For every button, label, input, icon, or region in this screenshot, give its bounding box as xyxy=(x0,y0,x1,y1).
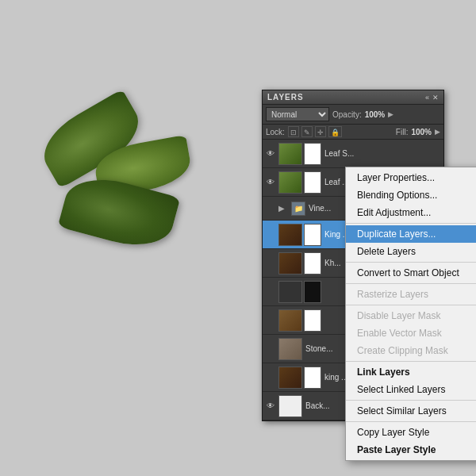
folder-icon-2: 📁 xyxy=(291,202,305,216)
menu-edit-adjustment[interactable]: Edit Adjustment... xyxy=(346,204,476,221)
menu-layer-properties[interactable]: Layer Properties... xyxy=(346,169,476,186)
layer-row-0[interactable]: 👁 Leaf S... xyxy=(263,140,443,168)
lock-label: Lock: xyxy=(266,128,285,136)
menu-rasterize-layers: Rasterize Layers xyxy=(346,286,476,303)
opacity-arrow[interactable]: ▶ xyxy=(388,110,393,118)
layer-thumb-1 xyxy=(278,171,302,194)
menu-separator-1 xyxy=(346,223,476,224)
menu-paste-layer-style[interactable]: Paste Layer Style xyxy=(346,441,476,459)
menu-separator-4 xyxy=(346,305,476,305)
layer-thumb-5 xyxy=(278,281,302,303)
opacity-value: 100% xyxy=(365,110,386,119)
opacity-label: Opacity: xyxy=(332,110,362,119)
menu-disable-layer-mask: Disable Layer Mask xyxy=(346,307,476,324)
fill-value: 100% xyxy=(411,128,432,136)
mask-thumb-6 xyxy=(304,309,321,332)
menu-separator-5 xyxy=(346,361,476,362)
mask-thumb-8 xyxy=(304,367,321,389)
eye-icon-4[interactable] xyxy=(264,257,277,270)
context-menu: Layer Properties... Blending Options... … xyxy=(345,167,476,461)
lock-all-icon[interactable]: 🔒 xyxy=(328,126,342,137)
group-arrow-icon-2[interactable]: ▶ xyxy=(278,204,290,213)
menu-link-layers[interactable]: Link Layers xyxy=(346,363,476,381)
menu-separator-2 xyxy=(346,262,476,263)
mask-thumb-5 xyxy=(304,281,321,303)
eye-icon-1[interactable]: 👁 xyxy=(264,176,277,189)
panel-controls: « ✕ xyxy=(425,94,439,102)
mask-thumb-3 xyxy=(304,224,321,246)
menu-separator-3 xyxy=(346,283,476,284)
menu-delete-layers[interactable]: Delete Layers xyxy=(346,243,476,260)
layer-thumb-4 xyxy=(278,252,302,274)
lock-icons: ⊡ ✎ ✛ 🔒 xyxy=(288,126,393,137)
eye-icon-9[interactable]: 👁 xyxy=(264,400,277,413)
mask-thumb-4 xyxy=(304,252,321,274)
layer-thumb-8 xyxy=(278,367,302,389)
fill-arrow[interactable]: ▶ xyxy=(435,128,440,136)
layers-panel-title: LAYERS xyxy=(267,93,304,102)
menu-select-linked-layers[interactable]: Select Linked Layers xyxy=(346,381,476,398)
panel-close-btn[interactable]: ✕ xyxy=(432,94,439,102)
layers-toolbar: Normal Opacity: 100% ▶ xyxy=(263,105,443,125)
blend-mode-select[interactable]: Normal xyxy=(266,107,329,121)
menu-convert-smart-object[interactable]: Convert to Smart Object xyxy=(346,264,476,282)
layer-name-0: Leaf S... xyxy=(323,149,442,158)
menu-separator-6 xyxy=(346,400,476,401)
layer-thumb-3 xyxy=(278,224,302,246)
menu-separator-7 xyxy=(346,421,476,422)
lock-image-icon[interactable]: ✎ xyxy=(301,126,313,137)
eye-icon-6[interactable] xyxy=(264,314,277,327)
layers-titlebar: LAYERS « ✕ xyxy=(263,90,443,105)
menu-duplicate-layers[interactable]: Duplicate Layers... xyxy=(346,225,476,243)
menu-create-clipping-mask: Create Clipping Mask xyxy=(346,342,476,359)
lock-transparent-icon[interactable]: ⊡ xyxy=(288,126,299,137)
menu-blending-options[interactable]: Blending Options... xyxy=(346,186,476,204)
layer-thumb-9 xyxy=(278,395,302,417)
eye-icon-5[interactable] xyxy=(264,286,277,298)
layer-thumb-0 xyxy=(278,143,302,165)
panel-collapse-btn[interactable]: « xyxy=(425,94,429,102)
eye-icon-0[interactable]: 👁 xyxy=(264,148,277,160)
eye-icon-7[interactable] xyxy=(264,343,277,355)
menu-copy-layer-style[interactable]: Copy Layer Style xyxy=(346,424,476,441)
layer-thumb-7 xyxy=(278,338,302,360)
fill-label: Fill: xyxy=(396,128,409,136)
eye-icon-3[interactable] xyxy=(264,228,277,241)
layer-thumb-6 xyxy=(278,309,302,332)
eye-icon-8[interactable] xyxy=(264,371,277,384)
layers-fill-row: Lock: ⊡ ✎ ✛ 🔒 Fill: 100% ▶ xyxy=(263,125,443,140)
lock-position-icon[interactable]: ✛ xyxy=(315,126,326,137)
menu-enable-vector-mask: Enable Vector Mask xyxy=(346,324,476,342)
eye-icon-2[interactable] xyxy=(264,202,277,215)
menu-select-similar-layers[interactable]: Select Similar Layers xyxy=(346,402,476,420)
mask-thumb-0 xyxy=(304,143,321,165)
mask-thumb-1 xyxy=(304,171,321,194)
